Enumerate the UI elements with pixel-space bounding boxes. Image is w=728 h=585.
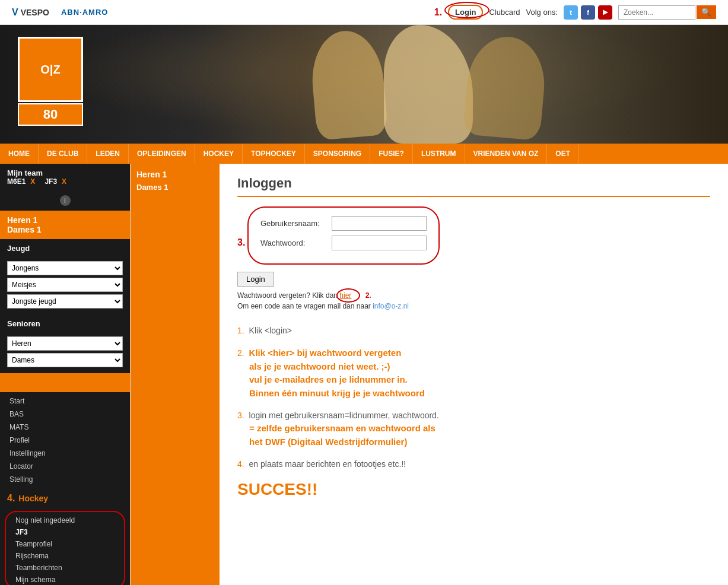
jeugd-dropdowns: Jongens Meisjes Jongste jeugd	[0, 257, 130, 314]
search-input[interactable]	[618, 5, 695, 20]
dames-select-senior[interactable]: Dames	[7, 353, 123, 367]
link-locator[interactable]: Locator	[0, 460, 130, 473]
instr-text-1: Klik <login>	[249, 326, 292, 335]
nav-de-club[interactable]: DE CLUB	[39, 144, 87, 164]
instr-text-3-2: = zelfde gebruikersnaam en wachtwoord al…	[249, 423, 435, 433]
page-title: Inloggen	[237, 176, 710, 197]
heren-select[interactable]: Heren	[7, 336, 123, 351]
hockey-item-3[interactable]: Rijschema	[6, 550, 124, 562]
forgot-password-text: Wachtwoord vergeten? Klik dan hier 2.	[237, 291, 710, 300]
login-area: Inloggen 3. Gebruikersnaam: Wachtwoord: …	[237, 176, 710, 310]
password-input[interactable]	[332, 236, 427, 250]
forgot-text-part1: Wachtwoord vergeten? Klik dan	[237, 291, 339, 300]
abn-label: ABN·AMRO	[61, 8, 109, 17]
password-row: Wachtwoord:	[260, 236, 427, 250]
hero-players	[194, 25, 728, 144]
hockey-item-4[interactable]: Teamberichten	[6, 562, 124, 574]
mijn-team-label: Mijn team	[7, 168, 43, 177]
jeugd-title: Jeugd	[0, 239, 130, 257]
hockey-item-2[interactable]: Teamprofiel	[6, 538, 124, 550]
annotation-2-label: 2.	[365, 291, 371, 300]
hockey-item-1[interactable]: JF3	[6, 526, 124, 538]
oz-badge: 80	[18, 103, 83, 126]
hockey-item-0[interactable]: Nog niet ingedeeld	[6, 514, 124, 526]
navbar: HOME DE CLUB LEDEN OPLEIDINGEN HOCKEY TO…	[0, 144, 728, 164]
team-ids: M6E1 X JF3 X	[7, 177, 66, 186]
link-stelling[interactable]: Stelling	[0, 473, 130, 486]
link-profiel[interactable]: Profiel	[0, 434, 130, 447]
nav-tophockey[interactable]: TOPHOCKEY	[243, 144, 305, 164]
instr-num-2: 2.	[237, 348, 244, 358]
oz-logo: O|Z 80	[18, 37, 83, 126]
hockey-section: 4. Hockey Nog niet ingedeeld JF3 Teampro…	[0, 488, 130, 585]
oz-logo-inner: O|Z	[18, 37, 83, 102]
instr-item-4: 4. en plaats maar berichten en fotootjes…	[237, 458, 710, 470]
info-button[interactable]: i	[60, 195, 71, 206]
login-button[interactable]: Login	[448, 5, 483, 20]
senioren-title: Senioren	[0, 314, 130, 333]
team1-x[interactable]: X	[30, 177, 35, 186]
login-submit-button[interactable]: Login	[237, 272, 274, 287]
vespo-icon: V	[12, 7, 18, 18]
email-text: Om een code aan te vragen mail dan naar …	[237, 302, 710, 310]
nav-home[interactable]: HOME	[0, 144, 39, 164]
facebook-icon[interactable]: f	[581, 5, 595, 20]
meisjes-select[interactable]: Meisjes	[7, 278, 123, 292]
username-label: Gebruikersnaam:	[260, 219, 332, 228]
link-instellingen[interactable]: Instellingen	[0, 447, 130, 460]
senioren-dropdowns: Heren Dames	[0, 333, 130, 373]
twitter-icon[interactable]: t	[564, 5, 578, 20]
mijn-oz-section: Mijn Oranje Zwart Start BAS MATS Profiel…	[0, 373, 130, 488]
main-layout: Mijn team M6E1 X JF3 X i Heren 1 Dames 1	[0, 164, 728, 585]
link-bas[interactable]: BAS	[0, 408, 130, 421]
instr-text-4: en plaats maar berichten en fotootjes et…	[249, 459, 406, 469]
link-start[interactable]: Start	[0, 395, 130, 408]
middle-orange-bar: Heren 1 Dames 1	[131, 164, 220, 585]
nav-opleidingen[interactable]: OPLEIDINGEN	[129, 144, 195, 164]
social-icons: t f ▶	[564, 5, 612, 20]
heren-label[interactable]: Heren 1	[7, 215, 123, 225]
username-row: Gebruikersnaam:	[260, 216, 427, 231]
instr-item-1: 1. Klik <login>	[237, 325, 710, 337]
content-area: Inloggen 3. Gebruikersnaam: Wachtwoord: …	[220, 164, 728, 585]
top-links: 1. Login Clubcard Volg ons: t f ▶ 🔍	[434, 5, 716, 20]
nav-lustrum[interactable]: LUSTRUM	[413, 144, 465, 164]
vespo-logo: V VESPO	[12, 7, 49, 18]
hockey-item-5[interactable]: Mijn schema	[6, 574, 124, 585]
abn-logo: ABN·AMRO	[61, 8, 109, 17]
annotation-1: 1.	[434, 7, 442, 18]
instructions: 1. Klik <login> 2. Klik <hier> bij wacht…	[237, 325, 710, 499]
instr-num-1: 1.	[237, 326, 244, 335]
youtube-icon[interactable]: ▶	[598, 5, 612, 20]
dames-label[interactable]: Dames 1	[7, 225, 123, 234]
jongens-select[interactable]: Jongens	[7, 261, 123, 275]
jongste-select[interactable]: Jongste jeugd	[7, 294, 123, 309]
mijn-oz-label: Mijn Oranje Zwart	[7, 378, 77, 387]
instr-item-3: 3. login met gebruikersnaam=lidnummer, w…	[237, 409, 710, 449]
nav-vrienden[interactable]: VRIENDEN VAN OZ	[465, 144, 548, 164]
senioren-section: Senioren Heren Dames	[0, 314, 130, 373]
nav-sponsoring[interactable]: SPONSORING	[305, 144, 370, 164]
nav-hockey[interactable]: HOCKEY	[195, 144, 243, 164]
forgot-link[interactable]: hier	[339, 291, 351, 300]
search-box: 🔍	[618, 5, 716, 20]
username-input[interactable]	[332, 216, 427, 231]
instr-text-2-2: als je je wachtwoord niet weet. ;-)	[249, 361, 390, 371]
hockey-annotation: 4.	[7, 493, 15, 504]
mijn-team-header: Mijn team M6E1 X JF3 X	[0, 164, 130, 190]
email-link[interactable]: info@o-z.nl	[373, 302, 409, 310]
nav-fusie[interactable]: FUSIE?	[370, 144, 413, 164]
clubcard-link[interactable]: Clubcard	[489, 8, 520, 17]
hockey-title: 4. Hockey	[0, 488, 130, 508]
topbar: V VESPO ABN·AMRO 1. Login Clubcard Volg …	[0, 0, 728, 25]
nav-oet[interactable]: OET	[547, 144, 579, 164]
instr-item-2: 2. Klik <hier> bij wachtwoord vergeten a…	[237, 346, 710, 400]
mijn-oz-title: Mijn Oranje Zwart	[0, 373, 130, 392]
nav-leden[interactable]: LEDEN	[87, 144, 129, 164]
link-mats[interactable]: MATS	[0, 421, 130, 434]
instr-text-3-3: het DWF (Digitaal Wedstrijdformulier)	[249, 437, 407, 447]
search-button[interactable]: 🔍	[697, 5, 716, 19]
mijn-team-section: Mijn team M6E1 X JF3 X i	[0, 164, 130, 211]
instr-text-2-1: Klik <hier> bij wachtwoord vergeten	[249, 348, 402, 358]
team2-x[interactable]: X	[62, 177, 66, 186]
